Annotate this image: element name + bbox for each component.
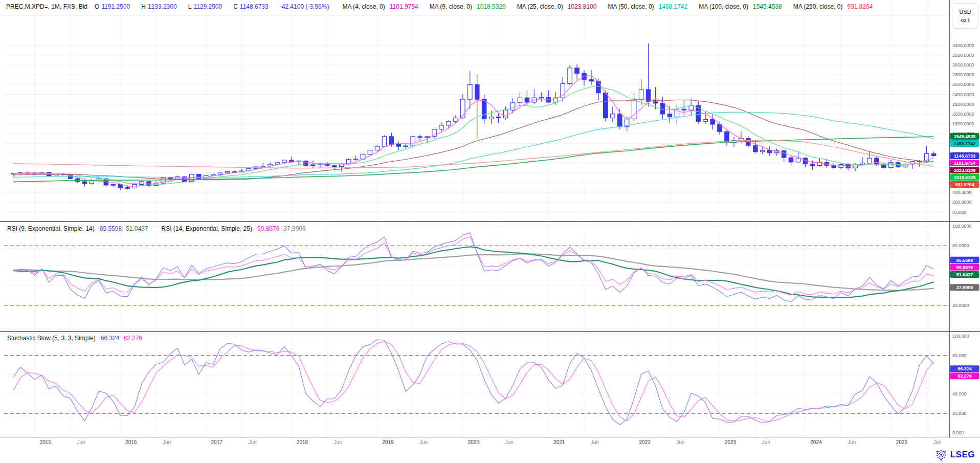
ma-legend-100[interactable]: MA (100, close, 0)1545.4538: [699, 3, 782, 10]
ma-legend-9[interactable]: MA (9, close, 0)1018.5326: [430, 3, 506, 10]
rsi-series: [13, 233, 934, 302]
svg-text:2024: 2024: [810, 439, 822, 445]
stochastic-series: [13, 340, 934, 425]
rsi-axis-tags: 65.559859.867651.043737.9906: [950, 257, 979, 291]
svg-text:Jun: Jun: [77, 439, 85, 445]
svg-text:2025: 2025: [896, 439, 908, 445]
axis-unit-box[interactable]: USD oz t: [952, 3, 978, 29]
svg-text:2022: 2022: [639, 439, 651, 445]
ma-legend-50[interactable]: MA (50, close, 0)1468.1742: [608, 3, 688, 10]
svg-text:Jun: Jun: [848, 439, 856, 445]
rsi9-label: RSI (9, Exponential, Simple, 14): [7, 225, 95, 232]
candlestick-series: [11, 43, 936, 190]
svg-text:40.000: 40.000: [952, 391, 967, 396]
price-axis-tags: 1545.45381468.17421148.67331101.97541023…: [950, 133, 979, 188]
axis-unit-weight: oz t: [961, 17, 970, 23]
ohlc-low: L1129.2500: [188, 3, 222, 10]
svg-text:20.000: 20.000: [952, 411, 967, 416]
rsi9-value: 65.5598: [100, 225, 122, 232]
svg-text:1800.0000: 1800.0000: [952, 121, 974, 126]
svg-text:100.000: 100.000: [952, 334, 969, 339]
price-axis-labels: 0.0000200.0000400.0000600.0000800.000010…: [952, 43, 974, 215]
ma-legend-4[interactable]: MA (4, close, 0)1101.9754: [342, 3, 418, 10]
svg-text:2019: 2019: [382, 439, 394, 445]
svg-text:2023: 2023: [725, 439, 737, 445]
svg-text:2016: 2016: [125, 439, 137, 445]
time-axis-labels[interactable]: 2015Jun2016Jun2017Jun2018Jun2019Jun2020J…: [40, 439, 942, 445]
rsi14-label: RSI (14, Exponential, Simple, 25): [162, 225, 252, 232]
axis-unit-currency: USD: [959, 9, 971, 15]
svg-text:0.0000: 0.0000: [952, 210, 967, 215]
stochastic-legend[interactable]: Stochastic Slow (5, 3, 3, Simple) 66.324…: [7, 335, 142, 342]
svg-text:51.0437: 51.0437: [956, 272, 973, 277]
svg-text:Jun: Jun: [933, 439, 942, 445]
instrument-title[interactable]: PREC.M.XPD=, 1M, FXS, Bid: [6, 3, 87, 10]
rsi14-value: 59.8676: [257, 225, 279, 232]
rsi9-signal-value: 51.0437: [126, 225, 148, 232]
svg-text:2020: 2020: [468, 439, 480, 445]
svg-text:66.324: 66.324: [957, 366, 972, 371]
svg-text:2017: 2017: [211, 439, 223, 445]
svg-text:Jun: Jun: [762, 439, 770, 445]
svg-text:2015: 2015: [40, 439, 52, 445]
svg-text:100.0000: 100.0000: [952, 224, 972, 229]
svg-text:2200.0000: 2200.0000: [952, 102, 974, 107]
stochastic-axis-labels: 0.00020.00040.00060.00080.000100.000: [952, 334, 969, 435]
svg-text:65.5598: 65.5598: [956, 258, 973, 263]
svg-text:2018: 2018: [297, 439, 308, 445]
lseg-logo: LSEG: [934, 449, 975, 461]
charting-app: 0.0000200.0000400.0000600.0000800.000010…: [0, 0, 980, 463]
svg-text:Jun: Jun: [676, 439, 684, 445]
ohlc-open: O1191.2500: [95, 3, 130, 10]
svg-text:1545.4538: 1545.4538: [954, 134, 976, 139]
svg-text:Jun: Jun: [419, 439, 428, 445]
svg-text:59.8676: 59.8676: [956, 265, 973, 270]
svg-text:Jun: Jun: [334, 439, 342, 445]
svg-text:400.0000: 400.0000: [952, 190, 972, 195]
rsi-legend[interactable]: RSI (9, Exponential, Simple, 14) 65.5598…: [7, 225, 306, 232]
svg-text:37.9906: 37.9906: [956, 285, 973, 290]
stochastic-label: Stochastic Slow (5, 3, 3, Simple): [7, 335, 96, 342]
ma-legend-25[interactable]: MA (25, close, 0)1023.8100: [517, 3, 597, 10]
svg-text:Jun: Jun: [248, 439, 256, 445]
svg-text:3400.0000: 3400.0000: [952, 43, 974, 48]
svg-text:62.276: 62.276: [957, 373, 972, 379]
svg-text:1023.8100: 1023.8100: [954, 168, 976, 173]
svg-text:80.000: 80.000: [952, 353, 967, 358]
svg-text:2400.0000: 2400.0000: [952, 92, 974, 97]
svg-text:200.0000: 200.0000: [952, 200, 972, 205]
ohlc-close: C1148.6733: [233, 3, 269, 10]
svg-text:1468.1742: 1468.1742: [954, 141, 976, 146]
svg-text:1101.9754: 1101.9754: [954, 161, 975, 166]
ma-overlays: [13, 76, 934, 187]
svg-text:2021: 2021: [553, 439, 565, 445]
svg-text:3000.0000: 3000.0000: [952, 62, 974, 68]
svg-text:20.0000: 20.0000: [952, 303, 969, 308]
svg-text:1018.5326: 1018.5326: [954, 175, 976, 180]
rsi14-signal-value: 37.9906: [283, 225, 305, 232]
ma-legend-250[interactable]: MA (250, close, 0)931.8264: [793, 3, 873, 10]
svg-text:Jun: Jun: [505, 439, 514, 445]
svg-text:2800.0000: 2800.0000: [952, 72, 974, 77]
svg-text:1148.6733: 1148.6733: [954, 153, 975, 159]
svg-text:3200.0000: 3200.0000: [952, 53, 974, 58]
svg-text:80.0000: 80.0000: [952, 243, 969, 248]
stochastic-k-value: 66.324: [101, 335, 120, 342]
lseg-crest-icon: [934, 449, 948, 461]
svg-text:931.8264: 931.8264: [955, 182, 974, 187]
svg-text:Jun: Jun: [591, 439, 599, 445]
svg-text:0.000: 0.000: [952, 430, 964, 435]
main-chart-legend: PREC.M.XPD=, 1M, FXS, Bid O1191.2500 H12…: [6, 3, 884, 10]
ohlc-high: H1233.2300: [141, 3, 176, 10]
svg-text:2600.0000: 2600.0000: [952, 82, 974, 87]
stochastic-d-value: 62.276: [123, 335, 142, 342]
svg-text:Jun: Jun: [163, 439, 171, 445]
svg-text:2000.0000: 2000.0000: [952, 112, 974, 117]
price-change: -42.4100 (-3.56%): [280, 3, 329, 10]
